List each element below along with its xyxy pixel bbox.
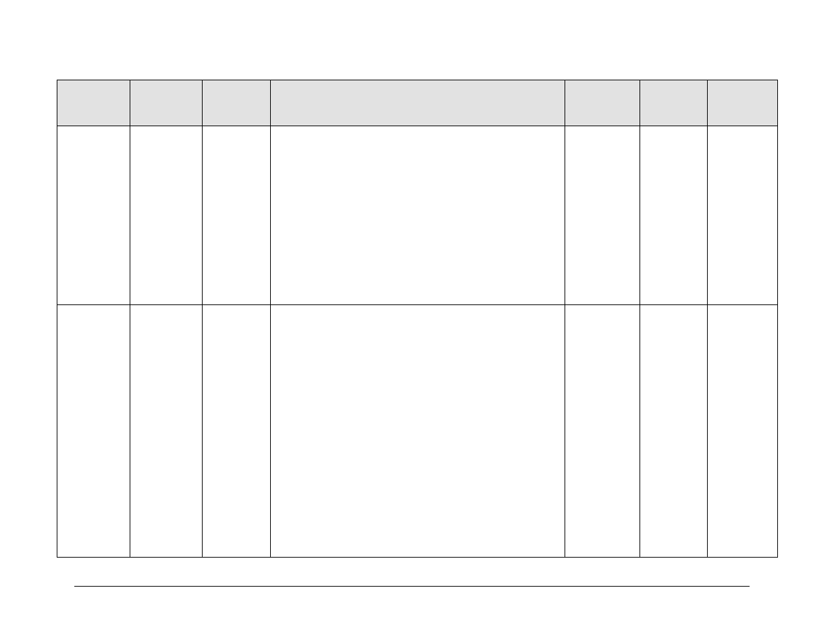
- table-cell: [708, 305, 778, 558]
- table-cell: [271, 126, 565, 305]
- table-header-cell: [708, 80, 778, 126]
- table-header-cell: [130, 80, 203, 126]
- footer-rule: [74, 586, 750, 587]
- table-row: [57, 305, 778, 558]
- data-table: [57, 80, 778, 558]
- table-cell: [640, 305, 708, 558]
- table-row: [57, 126, 778, 305]
- table-cell: [640, 126, 708, 305]
- table-cell: [708, 126, 778, 305]
- table-header-cell: [271, 80, 565, 126]
- table-cell: [565, 305, 640, 558]
- table-header-cell: [640, 80, 708, 126]
- table-cell: [130, 305, 203, 558]
- table-header-cell: [565, 80, 640, 126]
- table-cell: [565, 126, 640, 305]
- table-header-cell: [57, 80, 130, 126]
- table-cell: [57, 305, 130, 558]
- table-cell: [57, 126, 130, 305]
- table-cell: [203, 305, 271, 558]
- table-header-cell: [203, 80, 271, 126]
- table-header-row: [57, 80, 778, 126]
- table-cell: [203, 126, 271, 305]
- table-cell: [271, 305, 565, 558]
- table-cell: [130, 126, 203, 305]
- page: { "table": { "headers": ["", "", "", "",…: [0, 0, 834, 644]
